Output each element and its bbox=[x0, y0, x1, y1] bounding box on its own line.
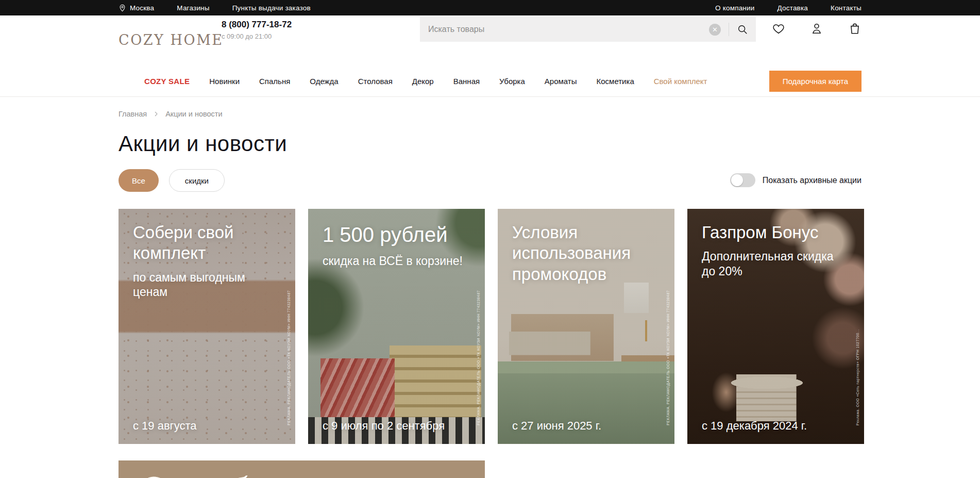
search-divider bbox=[729, 23, 729, 36]
nav-item-dining[interactable]: Столовая bbox=[358, 77, 393, 86]
chevron-right-icon bbox=[153, 111, 159, 117]
nav-item-clothes[interactable]: Одежда bbox=[310, 77, 338, 86]
topbar-link-about[interactable]: О компании bbox=[715, 4, 754, 12]
user-account-icon[interactable] bbox=[810, 22, 823, 35]
search-input[interactable] bbox=[420, 25, 709, 34]
top-utility-bar: Москва Магазины Пункты выдачи заказов О … bbox=[0, 0, 980, 15]
breadcrumb-current: Акции и новости bbox=[165, 110, 222, 118]
card-date: с 27 июня 2025 г. bbox=[512, 419, 601, 433]
card-headline: Газпром Бонус bbox=[702, 222, 850, 243]
nav-item-aromas[interactable]: Ароматы bbox=[545, 77, 577, 86]
nav-item-new[interactable]: Новинки bbox=[209, 77, 240, 86]
card-date: с 9 июля по 2 сентября bbox=[323, 419, 445, 433]
filter-all-button[interactable]: Все bbox=[119, 169, 159, 192]
promo-card-1500-rubles[interactable]: 1 500 рублей скидка на ВСЁ в корзине! с … bbox=[308, 209, 485, 444]
promo-card-promocode-terms[interactable]: Условия использования промокодов с 27 ию… bbox=[498, 209, 674, 444]
nav-item-bedroom[interactable]: Спальня bbox=[259, 77, 290, 86]
card-subtitle: Дополнительная скидка до 20% bbox=[702, 249, 850, 279]
card-headline: 1 500 рублей bbox=[323, 222, 470, 248]
card-legal-disclaimer: РЕКЛАМА. РЕКЛАМОДАТЕЛЬ ООО «ТК КОУЗИ ХОУ… bbox=[286, 290, 291, 425]
gift-card-button[interactable]: Подарочная карта bbox=[769, 71, 861, 92]
page-title: Акции и новости bbox=[119, 131, 287, 156]
topbar-link-delivery[interactable]: Доставка bbox=[778, 4, 808, 12]
card-headline: Собери свой комплект bbox=[133, 222, 281, 264]
card-legal-disclaimer: РЕКЛАМА. РЕКЛАМОДАТЕЛЬ ООО «ТК КОУЗИ ХОУ… bbox=[666, 290, 670, 425]
working-hours: с 09:00 до 21:00 bbox=[222, 32, 292, 40]
filter-pills: Все скидки bbox=[119, 169, 225, 192]
filter-discounts-button[interactable]: скидки bbox=[169, 169, 225, 192]
nav-item-cozy-sale[interactable]: COZY SALE bbox=[144, 77, 190, 86]
nav-item-bathroom[interactable]: Ванная bbox=[453, 77, 480, 86]
nav-item-cosmetics[interactable]: Косметика bbox=[597, 77, 634, 86]
phone-number[interactable]: 8 (800) 777-18-72 bbox=[222, 20, 292, 30]
nav-item-own-set[interactable]: Свой комплект bbox=[654, 77, 707, 86]
breadcrumb: Главная Акции и новости bbox=[119, 110, 223, 118]
phone-block: 8 (800) 777-18-72 с 09:00 до 21:00 bbox=[222, 20, 292, 40]
location-pin-icon bbox=[119, 4, 126, 12]
topbar-link-pickup-points[interactable]: Пункты выдачи заказов bbox=[232, 4, 311, 12]
partial-headline-fragment: С bbox=[134, 471, 159, 478]
search-clear-icon[interactable]: ✕ bbox=[709, 24, 721, 36]
breadcrumb-home[interactable]: Главная bbox=[119, 110, 147, 118]
wishlist-heart-icon[interactable] bbox=[772, 22, 785, 35]
city-label: Москва bbox=[130, 4, 154, 12]
promo-card-own-set[interactable]: Собери свой комплект по самым выгодным ц… bbox=[119, 209, 295, 444]
promo-card-grid: Собери свой комплект по самым выгодным ц… bbox=[119, 209, 864, 444]
logo[interactable]: COZY HOME bbox=[119, 32, 224, 48]
site-header: COZY HOME 8 (800) 777-18-72 с 09:00 до 2… bbox=[0, 15, 980, 66]
card-legal-disclaimer: РЕКЛАМА. РЕКЛАМОДАТЕЛЬ ООО «ТК КОУЗИ ХОУ… bbox=[476, 290, 481, 425]
card-date: с 19 декабря 2024 г. bbox=[702, 419, 807, 433]
archive-toggle-row: Показать архивные акции bbox=[730, 173, 861, 187]
search-icon[interactable] bbox=[737, 24, 748, 35]
card-legal-disclaimer: Реклама. ООО «Сеть партнерств» ОГРН 1027… bbox=[855, 329, 860, 425]
topbar-link-stores[interactable]: Магазины bbox=[177, 4, 209, 12]
card-subtitle: по самым выгодным ценам bbox=[133, 270, 281, 300]
partial-headline-fragment: б bbox=[224, 471, 244, 478]
nav-item-decor[interactable]: Декор bbox=[412, 77, 434, 86]
promo-card-partial[interactable]: С б bbox=[119, 460, 485, 478]
toggle-knob bbox=[731, 174, 743, 186]
archive-toggle-switch[interactable] bbox=[730, 173, 755, 187]
cart-bag-icon[interactable] bbox=[848, 22, 861, 35]
card-headline: Условия использования промокодов bbox=[512, 222, 660, 285]
topbar-link-contacts[interactable]: Контакты bbox=[831, 4, 861, 12]
category-nav: COZY SALE Новинки Спальня Одежда Столова… bbox=[0, 66, 980, 97]
nav-item-cleaning[interactable]: Уборка bbox=[499, 77, 525, 86]
promo-card-gazprom-bonus[interactable]: Газпром Бонус Дополнительная скидка до 2… bbox=[687, 209, 864, 444]
archive-toggle-label: Показать архивные акции bbox=[763, 176, 861, 185]
card-date: с 19 августа bbox=[133, 419, 196, 433]
city-selector[interactable]: Москва bbox=[119, 4, 154, 12]
card-subtitle: скидка на ВСЁ в корзине! bbox=[323, 254, 470, 269]
search-bar: ✕ bbox=[420, 17, 756, 42]
